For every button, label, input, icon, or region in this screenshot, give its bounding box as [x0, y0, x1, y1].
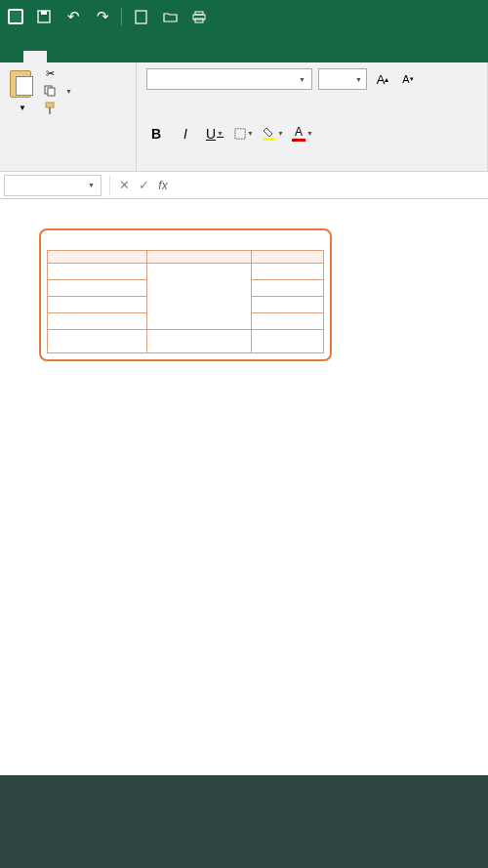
table-cell: [48, 280, 147, 297]
table-header: [146, 251, 252, 264]
name-box[interactable]: ▼: [4, 175, 102, 196]
font-color-button[interactable]: A▼: [293, 124, 312, 144]
paste-icon: [8, 66, 37, 100]
svg-rect-9: [48, 88, 55, 96]
title-bar: ↶ ↷: [0, 0, 488, 33]
svg-rect-10: [46, 103, 54, 107]
copy-button[interactable]: ▼: [43, 84, 72, 98]
separator: [121, 8, 122, 25]
table-cell: [48, 330, 147, 353]
merged-cell: [146, 264, 252, 330]
tab-home[interactable]: [23, 51, 47, 62]
undo-button[interactable]: ↶: [62, 6, 84, 27]
fx-button[interactable]: fx: [153, 179, 173, 192]
svg-rect-3: [41, 11, 47, 15]
chevron-down-icon: ▼: [88, 182, 95, 188]
tab-data[interactable]: [117, 51, 141, 62]
chevron-down-icon: ▼: [65, 88, 72, 95]
chevron-down-icon: ▼: [299, 76, 305, 83]
tab-review[interactable]: [141, 51, 164, 62]
chevron-down-icon[interactable]: ▼: [19, 103, 26, 112]
print-button[interactable]: [188, 6, 210, 27]
bottom-banner: [0, 775, 488, 868]
table-title: [47, 236, 324, 250]
underline-button[interactable]: U▼: [205, 124, 224, 144]
save-button[interactable]: [33, 6, 55, 27]
inner-table: [47, 250, 324, 353]
cancel-formula-button[interactable]: ✕: [114, 178, 134, 192]
ribbon: ▼ ✂ ▼: [0, 62, 488, 172]
copy-icon: [43, 84, 57, 98]
menu-bar: [0, 33, 488, 62]
new-button[interactable]: [130, 6, 151, 27]
clipboard-group: ▼ ✂ ▼: [0, 62, 137, 171]
tab-file[interactable]: [0, 51, 23, 62]
worksheet[interactable]: [0, 199, 488, 805]
table-cell: [252, 264, 324, 280]
open-button[interactable]: [159, 6, 181, 27]
app-icon: [6, 7, 25, 26]
separator: [109, 176, 110, 195]
scissors-icon: ✂: [43, 66, 57, 80]
tab-insert[interactable]: [47, 51, 70, 62]
format-painter-button[interactable]: [43, 102, 72, 115]
font-name-select[interactable]: ▼: [146, 68, 312, 90]
table-header: [252, 251, 324, 264]
paste-button[interactable]: ▼: [8, 66, 37, 115]
tab-layout[interactable]: [70, 51, 94, 62]
tab-formula[interactable]: [94, 51, 117, 62]
table-cell: [146, 330, 252, 353]
chevron-down-icon: ▼: [355, 76, 362, 83]
italic-button[interactable]: I: [176, 124, 195, 144]
table-cell: [252, 280, 324, 297]
formula-bar: ▼ ✕ ✓ fx: [0, 172, 488, 199]
decrease-font-button[interactable]: A▾: [398, 69, 418, 89]
brush-icon: [43, 102, 57, 115]
increase-font-button[interactable]: A▴: [373, 69, 392, 89]
table-header: [48, 251, 147, 264]
table-cell: [48, 264, 147, 280]
svg-rect-12: [235, 128, 245, 138]
font-group: ▼ ▼ A▴ A▾ B I U▼ ▼ ▼ A▼: [137, 62, 488, 171]
confirm-formula-button[interactable]: ✓: [134, 178, 153, 192]
table-cell: [252, 297, 324, 313]
content-table: [39, 228, 332, 361]
font-size-select[interactable]: ▼: [318, 68, 367, 90]
table-cell: [48, 297, 147, 313]
cut-button[interactable]: ✂: [43, 66, 72, 80]
svg-rect-4: [136, 11, 146, 23]
redo-button[interactable]: ↷: [92, 6, 113, 27]
svg-rect-1: [10, 11, 21, 22]
table-cell: [252, 313, 324, 330]
table-cell: [252, 330, 324, 353]
border-button[interactable]: ▼: [234, 124, 254, 144]
bold-button[interactable]: B: [146, 124, 166, 144]
tab-view[interactable]: [164, 51, 187, 62]
fill-color-button[interactable]: ▼: [264, 124, 283, 144]
svg-rect-11: [49, 107, 51, 114]
table-cell: [48, 313, 147, 330]
